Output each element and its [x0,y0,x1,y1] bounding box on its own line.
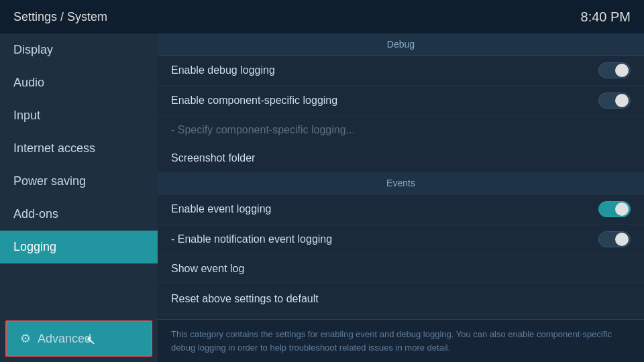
gear-icon: ⚙ [20,331,31,346]
reset-settings-label: Reset above settings to default [171,293,319,305]
enable-debug-logging-toggle[interactable] [598,62,631,78]
enable-notification-logging-label: - Enable notification event logging [171,233,332,245]
advanced-label: Advanced [38,332,91,346]
show-event-log-label: Show event log [171,263,244,275]
enable-component-logging-toggle[interactable] [598,93,631,109]
specify-component-logging-row: - Specify component-specific logging... [158,116,644,144]
debug-section-header: Debug [158,34,644,56]
show-event-log-row[interactable]: Show event log [158,255,644,283]
sidebar: Display Audio Input Internet access Powe… [0,34,158,362]
sidebar-item-display[interactable]: Display [0,34,158,66]
reset-settings-row[interactable]: Reset above settings to default [158,283,644,315]
enable-component-logging-row[interactable]: Enable component-specific logging [158,86,644,116]
enable-event-logging-toggle[interactable] [598,201,631,217]
enable-debug-logging-row[interactable]: Enable debug logging [158,56,644,86]
main-content: Debug Enable debug logging Enable compon… [158,34,644,362]
toggle-knob [615,233,629,246]
page-title: Settings / System [13,10,107,24]
toggle-knob [615,64,629,77]
sidebar-item-input[interactable]: Input [0,99,158,132]
sidebar-item-internet-access[interactable]: Internet access [0,132,158,165]
screenshot-folder-label: Screenshot folder [171,152,255,164]
clock: 8:40 PM [581,9,631,25]
sidebar-nav: Display Audio Input Internet access Powe… [0,34,158,315]
sidebar-item-add-ons[interactable]: Add-ons [0,198,158,231]
enable-notification-logging-row[interactable]: - Enable notification event logging [158,225,644,255]
enable-debug-logging-label: Enable debug logging [171,64,275,76]
screenshot-folder-row[interactable]: Screenshot folder [158,144,644,172]
enable-event-logging-label: Enable event logging [171,203,271,215]
events-section-header: Events [158,172,644,194]
settings-content: Debug Enable debug logging Enable compon… [158,34,644,319]
footer-description: This category contains the settings for … [158,319,644,362]
main-layout: Display Audio Input Internet access Powe… [0,34,644,362]
toggle-knob [615,202,629,216]
sidebar-item-logging[interactable]: Logging [0,231,158,263]
advanced-button[interactable]: ⚙ Advanced [7,322,151,355]
specify-component-logging-label: - Specify component-specific logging... [171,124,355,136]
sidebar-item-power-saving[interactable]: Power saving [0,165,158,198]
app-header: Settings / System 8:40 PM [0,0,644,34]
enable-notification-logging-toggle[interactable] [598,231,631,247]
enable-event-logging-row[interactable]: Enable event logging [158,194,644,225]
sidebar-item-audio[interactable]: Audio [0,66,158,99]
toggle-knob [615,94,629,107]
advanced-section: ⚙ Advanced [5,320,152,357]
enable-component-logging-label: Enable component-specific logging [171,95,337,107]
